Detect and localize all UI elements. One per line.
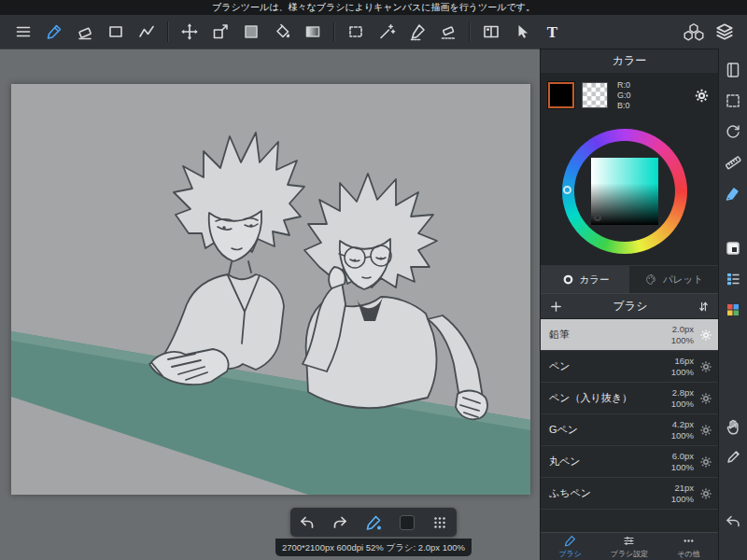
undo-side-button[interactable] [721,510,745,534]
brush-item[interactable]: ペン 16px 100% [541,351,718,383]
color-chip-panel-button[interactable] [721,236,745,260]
text-tool-button[interactable]: T [537,15,568,49]
layer-list-panel-button[interactable] [721,267,745,291]
rotate-canvas-button[interactable] [721,119,745,144]
ruler-icon [724,153,742,172]
brush-item[interactable]: 丸ペン 6.0px 100% [541,446,718,478]
panel-layout-tool-button[interactable] [475,15,506,49]
marker-button[interactable] [721,181,745,205]
tab-brush[interactable]: ブラシ [541,533,599,560]
brush-settings-gear[interactable] [698,486,713,501]
ruler-button[interactable] [721,150,745,175]
sort-brushes-button[interactable] [697,300,711,314]
palette-icon [644,273,658,287]
background-color-swatch[interactable] [582,82,608,108]
transform-tool-button[interactable] [204,15,235,49]
redo-button[interactable] [326,510,354,536]
undo-icon [724,512,742,531]
canvas-info-text: 2700*2100px 600dpi 52% ブラシ: 2.0px 100% [282,542,465,553]
layers-icon [714,21,735,42]
gear-icon [698,328,713,343]
select-area-icon [724,91,742,110]
gear-icon [698,486,713,501]
shape-tool-button[interactable] [100,15,131,49]
status-bar: 2700*2100px 600dpi 52% ブラシ: 2.0px 100% [275,539,472,556]
magic-wand-tool-button[interactable] [371,15,402,49]
brush-name: 鉛筆 [549,328,671,342]
brush-tool-button[interactable] [38,15,69,49]
grid-dots-icon [431,514,448,531]
brush-settings-gear[interactable] [698,328,713,343]
gear-icon [698,455,713,469]
plus-icon [548,299,564,315]
eraser-select-tool-button[interactable] [432,15,463,49]
app-window: ブラシツールは、様々なブラシによりキャンバスに描画を行うツールです。 [0,0,747,560]
select-area-button[interactable] [721,89,745,113]
saturation-value-box[interactable] [591,158,658,225]
tab-other[interactable]: その他 [659,533,718,560]
menu-button[interactable] [7,15,38,49]
brush-eyedropper-toggle[interactable] [359,510,388,536]
polyline-icon [137,22,156,41]
gear-icon [698,423,713,438]
move-icon [180,22,199,41]
toolbar-divider [333,21,334,42]
brush-settings-gear[interactable] [698,359,713,374]
tab-brush-settings-label: ブラシ設定 [611,549,649,559]
gradient-tool-button[interactable] [297,15,328,49]
eraser-tool-button[interactable] [69,15,100,49]
brush-size: 6.0px [672,451,694,462]
brush-name: ペン [549,359,671,373]
tab-color-label: カラー [580,273,610,287]
tab-color[interactable]: カラー [541,266,629,293]
sidebar-bottom-tabs: ブラシ ブラシ設定 その他 [541,532,718,560]
polyline-tool-button[interactable] [131,15,162,49]
brush-item[interactable]: Gペン 4.2px 100% [541,414,718,446]
marquee-select-tool-button[interactable] [340,15,371,49]
canvas[interactable] [11,84,530,495]
brush-panel-title: ブラシ [564,299,697,315]
stylus-tool-button[interactable] [721,445,745,469]
move-tool-button[interactable] [174,15,204,49]
brush-size: 4.2px [672,419,694,430]
journal-button[interactable] [721,58,745,82]
brush-item[interactable]: 鉛筆 2.0px 100% [541,319,718,351]
color-settings-button[interactable] [693,87,711,105]
brush-item[interactable]: ふちペン 21px 100% [541,478,718,510]
color-wheel-area [541,118,718,265]
tooltip-bar: ブラシツールは、様々なブラシによりキャンバスに描画を行うツールです。 [0,0,747,15]
color-chip-icon [242,22,261,41]
eraser-select-icon [439,22,458,41]
sv-indicator[interactable] [594,214,601,221]
brush-settings-gear[interactable] [698,423,713,438]
color-chip-tool-button[interactable] [235,15,266,49]
tab-palette[interactable]: パレット [629,266,718,293]
brush-name: Gペン [549,423,671,437]
magic-wand-icon [377,22,396,41]
tab-brush-settings[interactable]: ブラシ設定 [599,533,658,560]
object-select-tool-button[interactable] [506,15,537,49]
color-chip-button[interactable] [393,510,421,536]
hue-indicator[interactable] [563,186,571,194]
hand-tool-button[interactable] [721,414,745,439]
bucket-tool-button[interactable] [266,15,297,49]
brush-opacity: 100% [671,462,694,473]
brush-settings-gear[interactable] [698,455,713,469]
hue-wheel[interactable] [562,129,687,254]
sliders-icon [622,534,636,548]
brush-settings-gear[interactable] [698,391,713,406]
palette-panel-button[interactable] [721,298,745,322]
layers-button[interactable] [709,15,740,49]
brush-icon [45,22,63,41]
rgb-b-value: B:0 [617,101,631,111]
brush-icon [563,534,577,548]
drag-handle[interactable] [426,510,454,536]
foreground-color-swatch[interactable] [548,82,574,108]
material-button[interactable] [678,15,709,49]
canvas-artwork [11,84,530,495]
marker-icon [724,184,742,203]
undo-button[interactable] [293,510,321,536]
pen-select-tool-button[interactable] [402,15,432,49]
brush-item[interactable]: ペン（入り抜き） 2.8px 100% [541,383,718,414]
add-brush-button[interactable] [548,299,564,315]
